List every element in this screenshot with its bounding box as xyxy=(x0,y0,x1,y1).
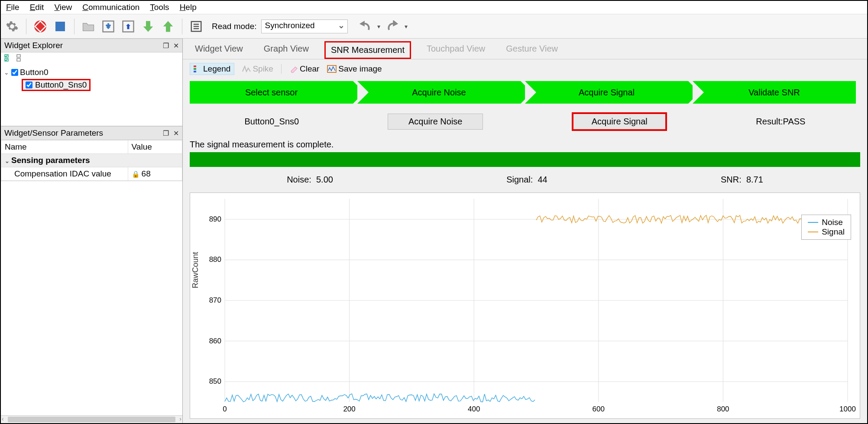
legend-label: Legend xyxy=(203,64,230,74)
close-icon[interactable]: ✕ xyxy=(173,42,179,50)
tab-widget-view[interactable]: Widget View xyxy=(190,41,248,59)
download-icon[interactable] xyxy=(100,19,116,34)
sub-toolbar: Legend Spike Clear Save image xyxy=(183,59,867,78)
undo-icon[interactable] xyxy=(357,19,373,34)
menu-help[interactable]: Help xyxy=(180,3,197,12)
lock-icon: 🔒 xyxy=(132,170,140,178)
check-all-icon[interactable] xyxy=(4,54,13,63)
chart-legend: Noise Signal xyxy=(801,215,851,240)
tab-graph-view[interactable]: Graph View xyxy=(259,41,314,59)
tree-checkbox-button0[interactable] xyxy=(11,69,18,76)
separator xyxy=(281,64,282,74)
clear-label: Clear xyxy=(300,64,319,74)
clear-button[interactable]: Clear xyxy=(289,64,319,74)
svg-rect-16 xyxy=(194,71,196,72)
status-text: The signal measurement is complete. xyxy=(183,140,867,152)
left-spacer xyxy=(1,181,182,415)
save-image-button[interactable]: Save image xyxy=(327,64,382,74)
param-group-label: Sensing parameters xyxy=(11,156,90,165)
menu-tools[interactable]: Tools xyxy=(150,3,169,12)
horizontal-scrollbar[interactable]: ‹ › xyxy=(1,415,182,423)
param-row[interactable]: Compensation IDAC value 🔒68 xyxy=(1,167,182,181)
tab-gesture-view[interactable]: Gesture View xyxy=(501,41,563,59)
spike-toggle[interactable]: Spike xyxy=(242,64,273,74)
tree-label: Button0 xyxy=(20,68,49,77)
result-label: Result:PASS xyxy=(756,117,805,127)
stop-icon[interactable] xyxy=(52,19,68,34)
collapse-icon[interactable]: ⌄ xyxy=(3,69,10,76)
svg-text:850: 850 xyxy=(209,377,221,385)
svg-rect-13 xyxy=(17,59,20,61)
left-pane: Widget Explorer ❐ ✕ ⌄ xyxy=(1,39,183,423)
tree-node-button0[interactable]: ⌄ Button0 xyxy=(2,67,182,78)
step-acquire-noise: Acquire Noise xyxy=(357,81,521,104)
svg-text:1000: 1000 xyxy=(839,405,856,413)
menu-communication[interactable]: Communication xyxy=(82,3,139,12)
undo-dropdown-icon[interactable]: ▾ xyxy=(377,23,380,30)
save-label: Save image xyxy=(338,64,382,74)
app-window: File Edit View Communication Tools Help xyxy=(0,0,868,424)
menu-bar: File Edit View Communication Tools Help xyxy=(1,1,867,14)
upload-icon[interactable] xyxy=(120,19,136,34)
sensor-params-title: Widget/Sensor Parameters xyxy=(4,128,163,138)
acquire-noise-button[interactable]: Acquire Noise xyxy=(388,114,483,130)
disconnect-icon[interactable] xyxy=(32,19,48,34)
tab-snr-measurement[interactable]: SNR Measurement xyxy=(324,41,411,59)
svg-text:0: 0 xyxy=(223,405,227,413)
close-icon[interactable]: ✕ xyxy=(173,129,179,137)
legend-noise: Noise xyxy=(822,218,843,227)
svg-text:870: 870 xyxy=(209,296,221,304)
menu-edit[interactable]: Edit xyxy=(30,3,44,12)
legend-toggle[interactable]: Legend xyxy=(190,63,234,75)
menu-view[interactable]: View xyxy=(54,3,72,12)
svg-rect-5 xyxy=(127,25,130,29)
svg-rect-12 xyxy=(17,55,20,57)
tab-touchpad-view[interactable]: Touchpad View xyxy=(421,41,490,59)
legend-swatch-noise xyxy=(808,222,818,223)
tree-toolbar xyxy=(1,52,182,65)
acquire-signal-button[interactable]: Acquire Signal xyxy=(572,112,667,131)
restore-icon[interactable]: ❐ xyxy=(163,129,169,137)
open-folder-icon[interactable] xyxy=(81,19,96,34)
tree-checkbox-sns0[interactable] xyxy=(26,82,32,88)
menu-file[interactable]: File xyxy=(6,3,19,12)
svg-text:880: 880 xyxy=(209,255,221,264)
sensor-params-header: Widget/Sensor Parameters ❐ ✕ xyxy=(1,126,182,140)
restore-icon[interactable]: ❐ xyxy=(163,42,169,50)
svg-text:890: 890 xyxy=(209,215,221,223)
svg-text:600: 600 xyxy=(593,405,605,413)
param-name: Compensation IDAC value xyxy=(1,167,128,181)
spike-icon xyxy=(242,65,251,72)
legend-icon xyxy=(194,65,201,72)
svg-rect-15 xyxy=(194,68,196,70)
read-mode-select[interactable]: Synchronized xyxy=(261,20,348,33)
svg-rect-2 xyxy=(55,22,65,31)
arrow-up-green-icon[interactable] xyxy=(160,19,176,34)
eraser-icon xyxy=(289,65,298,73)
uncheck-all-icon[interactable] xyxy=(16,54,25,63)
legend-swatch-signal xyxy=(808,232,818,232)
read-mode-value: Synchronized xyxy=(265,21,315,30)
step-acquire-signal: Acquire Signal xyxy=(525,81,688,104)
tree-label: Button0_Sns0 xyxy=(35,80,87,90)
gear-icon[interactable] xyxy=(4,19,20,34)
svg-text:860: 860 xyxy=(209,337,221,345)
redo-icon[interactable] xyxy=(385,19,400,34)
action-row: Button0_Sns0 Acquire Noise Acquire Signa… xyxy=(183,104,867,140)
noise-metric: Noise: 5.00 xyxy=(287,175,333,185)
widget-tree: ⌄ Button0 Button0_Sns0 xyxy=(1,65,182,94)
svg-rect-14 xyxy=(194,65,196,67)
arrow-down-green-icon[interactable] xyxy=(140,19,156,34)
separator xyxy=(74,19,74,34)
progress-bar xyxy=(190,152,860,167)
param-group-row[interactable]: ⌄Sensing parameters xyxy=(1,154,182,167)
signal-metric: Signal: 44 xyxy=(506,175,547,185)
metrics-row: Noise: 5.00 Signal: 44 SNR: 8.71 xyxy=(183,167,867,192)
param-value: 68 xyxy=(142,169,151,178)
document-icon[interactable] xyxy=(188,19,204,34)
scrollbar-thumb[interactable] xyxy=(8,417,175,422)
snr-metric: SNR: 8.71 xyxy=(721,175,763,185)
chart: RawCount 8508608708808900200400600800100… xyxy=(190,192,860,419)
tree-node-button0-sns0[interactable]: Button0_Sns0 xyxy=(22,79,91,91)
redo-dropdown-icon[interactable]: ▾ xyxy=(405,23,408,30)
